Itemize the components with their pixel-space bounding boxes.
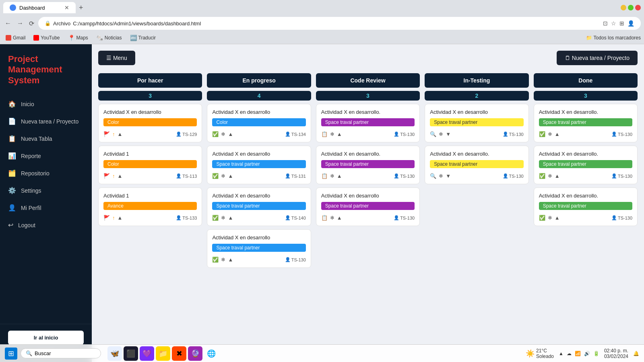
all-bookmarks[interactable]: 📁 Todos los marcadores (586, 35, 641, 41)
card-tag: Space traval partner (212, 244, 305, 252)
maps-icon: 📍 (68, 35, 75, 41)
sidebar-item-logout[interactable]: ↩ Logout (0, 216, 92, 234)
snowflake-icon: ❄ (221, 173, 225, 179)
minimize-button[interactable] (621, 5, 626, 10)
task-card[interactable]: Actividad X en desarrollo.Space traval p… (316, 146, 420, 184)
task-card[interactable]: Actividad X en desarrolloSpace traval pa… (207, 146, 311, 184)
snowflake-icon: ❄ (330, 215, 334, 221)
app-title: Project Management System (0, 44, 92, 92)
task-card[interactable]: Actividad 1Avance🚩↑▲👤TS-133 (98, 187, 202, 226)
address-bar[interactable]: 🔒 Archivo C:/xampp/htdocs/Admin1/views/b… (38, 17, 641, 30)
task-card[interactable]: Actividad X en desarrollo.Space traval p… (425, 146, 528, 184)
card-action-icons: 🚩↑▲ (103, 215, 122, 221)
task-card[interactable]: Actividad 1Color🚩↑▲👤TS-113 (98, 146, 202, 184)
taskbar-app-4[interactable]: 📁 (156, 346, 170, 361)
nav-logout-label: Logout (18, 222, 35, 228)
taskbar-right: ☀️ 21°C Soleado ▲ ☁ 📶 🔊 🔋 02:40 p. m. 03… (526, 348, 639, 359)
sidebar-item-inicio[interactable]: 🏠 Inicio (0, 95, 92, 113)
translate-icon[interactable]: ⊡ (603, 20, 608, 27)
nueva-tarea-top-button[interactable]: 🗒 Nueva tarea / Proyecto (557, 51, 638, 65)
tab-title: Dashboard (19, 5, 45, 11)
task-card[interactable]: Actividad X en desarrollo.Space traval p… (534, 187, 638, 226)
kanban-board: Por hacer3Actividad X en desarrolloColor… (98, 73, 638, 268)
sidebar-item-reporte[interactable]: 📊 Reporte (0, 147, 92, 165)
start-button[interactable]: ⊞ (5, 348, 17, 360)
youtube-icon (33, 35, 39, 41)
card-title: Actividad X en desarrollo (212, 151, 305, 157)
card-title: Actividad X en desarrollo. (539, 109, 632, 115)
chevron-up-icon: ▲ (118, 131, 123, 137)
check-icon: ✅ (212, 131, 219, 137)
column-count-3: 2 (425, 91, 528, 101)
sidebar-icon[interactable]: ⊞ (619, 20, 624, 27)
task-card[interactable]: Actividad X en desarrollo.Space traval p… (316, 104, 420, 142)
maximize-button[interactable] (628, 5, 634, 10)
sidebar-item-perfil[interactable]: 👤 Mi Perfil (0, 199, 92, 216)
task-card[interactable]: Actividad X en desarrolloSpace traval pa… (316, 187, 420, 226)
battery-icon[interactable]: 🔋 (593, 351, 599, 356)
card-title: Actividad X en desarrollo (212, 193, 305, 199)
task-card[interactable]: Actividad X en desarrolloSpace traval pa… (425, 104, 528, 142)
snowflake-icon: ❄ (548, 131, 552, 137)
chevron-up-icon: ▲ (337, 215, 342, 221)
column-header-1: En progreso (207, 73, 311, 88)
title-line3: System (8, 75, 39, 85)
task-card[interactable]: Actividad X en desarrolloSpace traval pa… (207, 187, 311, 226)
cloud-icon[interactable]: ☁ (567, 351, 572, 356)
task-card[interactable]: Actividad X en desarrolloSpace traval pa… (207, 229, 311, 268)
sidebar-item-nueva-tabla[interactable]: 📋 Nueva Tabla (0, 130, 92, 147)
chevron-down-icon: ▼ (446, 131, 451, 137)
task-card[interactable]: Actividad X en desarrolloColor🚩↑▲👤TS-129 (98, 104, 202, 142)
wifi-icon[interactable]: 📶 (575, 351, 581, 356)
close-window-button[interactable] (635, 5, 641, 10)
card-title: Actividad X en desarrollo (212, 234, 305, 241)
column-count-1: 4 (207, 91, 311, 101)
snowflake-icon: ❄ (221, 257, 225, 263)
taskbar-search[interactable]: 🔍 Buscar (21, 348, 101, 358)
taskbar-app-chrome[interactable]: 🌐 (204, 346, 219, 361)
chevron-up-icon: ▲ (228, 173, 233, 179)
weather-widget: ☀️ 21°C Soleado (526, 348, 554, 359)
taskbar-app-3[interactable]: 💜 (140, 346, 154, 361)
main-content: ☰ Menu 🗒 Nueva tarea / Proyecto Por hace… (92, 44, 644, 362)
taskbar-app-5[interactable]: ✖ (172, 346, 186, 361)
bookmark-youtube[interactable]: YouTube (31, 34, 62, 41)
taskbar-app-2[interactable]: ⬛ (124, 346, 138, 361)
bookmark-gmail[interactable]: Gmail (3, 34, 28, 41)
notification-icon[interactable]: 🔔 (633, 351, 639, 356)
list-icon: 📋 (321, 215, 328, 221)
reload-button[interactable]: ⟳ (27, 18, 36, 29)
card-action-icons: ✅❄▲ (212, 215, 233, 221)
new-tab-button[interactable]: + (76, 2, 87, 14)
taskbar-app-6[interactable]: 🔮 (188, 346, 202, 361)
taskbar-app-1[interactable]: 🦋 (107, 346, 122, 361)
nav-inicio-label: Inicio (21, 101, 34, 107)
chevron-up-icon: ▲ (555, 131, 560, 137)
task-card[interactable]: Actividad X en desarrolloColor✅❄▲👤TS-134 (207, 104, 311, 142)
forward-button[interactable]: → (15, 18, 25, 29)
card-tag: Space traval partner (321, 202, 415, 210)
task-card[interactable]: Actividad X en desarrollo.Space traval p… (534, 104, 638, 142)
browser-tab[interactable]: Dashboard ✕ (3, 2, 76, 13)
sidebar-item-settings[interactable]: ⚙️ Settings (0, 182, 92, 199)
kanban-column-3: In-Testing2Actividad X en desarrolloSpac… (425, 73, 528, 268)
bookmark-maps[interactable]: 📍 Maps (66, 34, 91, 42)
profile-icon[interactable]: 👤 (627, 20, 634, 27)
tab-close-btn[interactable]: ✕ (64, 4, 69, 11)
kanban-column-4: Done3Actividad X en desarrollo.Space tra… (534, 73, 638, 268)
home-icon: 🏠 (8, 100, 16, 108)
bookmark-noticias[interactable]: 🗞️ Noticias (94, 34, 124, 42)
sidebar-item-nueva-tarea[interactable]: 📄 Nueva tarea / Proyecto (0, 113, 92, 130)
bookmark-gmail-label: Gmail (13, 35, 25, 41)
back-button[interactable]: ← (3, 18, 13, 29)
bookmark-icon[interactable]: ☆ (611, 20, 616, 27)
sidebar-item-repositorio[interactable]: 🗂️ Repositorio (0, 165, 92, 182)
task-card[interactable]: Actividad X en desarrollo.Space traval p… (534, 146, 638, 184)
ir-al-inicio-button[interactable]: Ir al inicio (8, 331, 84, 345)
menu-button[interactable]: ☰ Menu (98, 51, 135, 65)
volume-icon[interactable]: 🔊 (584, 351, 590, 356)
card-title: Actividad 1 (103, 193, 197, 199)
bookmark-traducir[interactable]: 🔤 Traducir (128, 34, 159, 42)
tray-arrow[interactable]: ▲ (559, 351, 564, 356)
folder-icon: 📁 (586, 35, 592, 41)
